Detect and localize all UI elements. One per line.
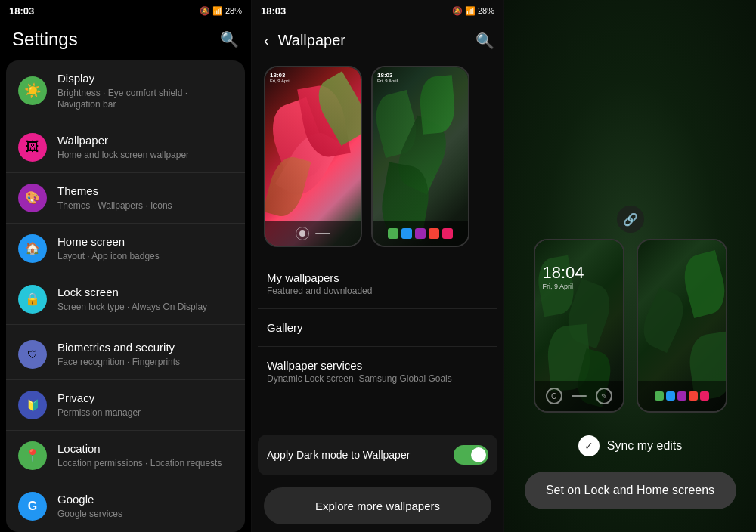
back-button[interactable]: ‹ <box>261 29 272 52</box>
app-icon-1 <box>388 228 398 239</box>
my-wallpapers-option[interactable]: My wallpapers Featured and downloaded <box>258 259 497 309</box>
sync-label: Sync my edits <box>607 439 683 453</box>
wallpaper-title-label: Wallpaper <box>57 133 233 148</box>
phone-time-2: 18:03 Fri, 9 April <box>377 72 398 83</box>
settings-item-display[interactable]: ☀️ Display Brightness · Eye comfort shie… <box>6 60 245 122</box>
app-icon-3 <box>415 228 426 239</box>
home-app-dock <box>655 391 709 401</box>
home-app-icon-4 <box>689 391 698 401</box>
preview-phone-home[interactable] <box>637 239 727 413</box>
settings-item-privacy[interactable]: 🔰 Privacy Permission manager <box>6 380 245 431</box>
settings-item-biometrics[interactable]: 🛡 Biometrics and security Face recogniti… <box>6 329 245 380</box>
google-icon: G <box>18 492 47 521</box>
home-app-icon-1 <box>655 391 664 401</box>
settings-text-privacy: Privacy Permission manager <box>57 391 233 419</box>
nav-dot <box>299 230 305 237</box>
status-time-2: 18:03 <box>261 5 286 17</box>
settings-search-button[interactable]: 🔍 <box>220 30 239 48</box>
location-sub: Location permissions · Location requests <box>57 458 233 470</box>
preview-panel: 18:04 Fri, 9 April C ✎ <box>504 0 756 532</box>
preview-lock-date: Fri, 9 April <box>543 283 584 290</box>
app-icon-4 <box>429 228 439 239</box>
settings-panel: 18:03 🔕 📶 28% Settings 🔍 ☀️ Display Brig… <box>0 0 252 532</box>
display-title: Display <box>57 71 233 86</box>
settings-item-lock-screen[interactable]: 🔒 Lock screen Screen lock type · Always … <box>6 274 245 325</box>
settings-text-location: Location Location permissions · Location… <box>57 441 233 469</box>
settings-text-home: Home screen Layout · App icon badges <box>57 234 233 262</box>
location-title: Location <box>57 441 233 456</box>
settings-item-wallpaper[interactable]: 🖼 Wallpaper Home and lock screen wallpap… <box>6 122 245 173</box>
phone-bottom-1 <box>265 221 361 246</box>
lock-screen-icon: 🔒 <box>18 285 47 314</box>
app-icon-2 <box>401 228 412 239</box>
wallpaper-services-sub: Dynamic Lock screen, Samsung Global Goal… <box>267 373 488 384</box>
status-bar-2: 18:03 🔕 📶 28% <box>252 0 503 21</box>
settings-text-display: Display Brightness · Eye comfort shield … <box>57 71 233 111</box>
settings-header: Settings 🔍 <box>0 21 251 60</box>
settings-title: Settings <box>12 29 78 50</box>
home-screen-icon: 🏠 <box>18 234 47 263</box>
preview-phone-bottom-home <box>638 381 726 411</box>
set-screens-button[interactable]: Set on Lock and Home screens <box>525 472 736 509</box>
location-icon: 📍 <box>18 441 47 470</box>
toggle-knob <box>471 447 486 462</box>
wallpaper-icon: 🖼 <box>18 133 47 162</box>
wallpaper-services-option[interactable]: Wallpaper services Dynamic Lock screen, … <box>258 347 497 396</box>
explore-wallpapers-button[interactable]: Explore more wallpapers <box>264 487 491 524</box>
settings-text-themes: Themes Themes · Wallpapers · Icons <box>57 184 233 212</box>
themes-icon: 🎨 <box>18 184 47 212</box>
biometrics-icon: 🛡 <box>18 340 47 369</box>
wallpaper-services-label: Wallpaper services <box>267 359 488 372</box>
settings-text-wallpaper: Wallpaper Home and lock screen wallpaper <box>57 133 233 161</box>
preview-phone-bottom-lock: C ✎ <box>535 381 623 411</box>
status-time-1: 18:03 <box>9 5 34 17</box>
home-app-icon-5 <box>700 391 709 401</box>
wifi-icon-2: 📶 <box>465 6 476 16</box>
battery-label: 28% <box>225 6 242 15</box>
link-icon: 🔗 <box>617 206 644 233</box>
wifi-icon: 📶 <box>212 6 223 16</box>
settings-item-home-screen[interactable]: 🏠 Home screen Layout · App icon badges <box>6 224 245 274</box>
settings-text-biometrics: Biometrics and security Face recognition… <box>57 340 233 368</box>
phone-preview-home-inner: 18:03 Fri, 9 April <box>373 67 468 246</box>
phone-preview-home[interactable]: 18:03 Fri, 9 April <box>371 66 469 247</box>
phone-status-2: 18:03 Fri, 9 April <box>377 72 463 83</box>
sync-check-icon: ✓ <box>578 435 600 456</box>
preview-phones-container: 18:04 Fri, 9 April C ✎ <box>534 239 727 413</box>
settings-list: ☀️ Display Brightness · Eye comfort shie… <box>6 60 245 532</box>
phone-nav-icon <box>296 227 309 240</box>
preview-edit-icon: ✎ <box>596 388 612 404</box>
wallpaper-panel: 18:03 🔕 📶 28% ‹ Wallpaper 🔍 18: <box>252 0 504 532</box>
settings-item-themes[interactable]: 🎨 Themes Themes · Wallpapers · Icons <box>6 173 245 224</box>
preview-phone-lock[interactable]: 18:04 Fri, 9 April C ✎ <box>534 239 624 413</box>
gallery-option[interactable]: Gallery <box>258 309 497 347</box>
privacy-icon: 🔰 <box>18 391 47 419</box>
phone-preview-lock-inner: 18:03 Fri, 9 April <box>265 67 361 246</box>
wallpaper-sub: Home and lock screen wallpaper <box>57 150 233 162</box>
battery-label-2: 28% <box>478 6 494 15</box>
mute-icon-2: 🔕 <box>452 6 463 16</box>
lock-screen-title: Lock screen <box>57 285 233 300</box>
wallpaper-page-title: Wallpaper <box>278 32 469 49</box>
themes-sub: Themes · Wallpapers · Icons <box>57 200 233 212</box>
google-sub: Google services <box>57 509 233 521</box>
my-wallpapers-sub: Featured and downloaded <box>267 286 488 296</box>
dark-mode-toggle[interactable] <box>454 445 488 465</box>
preview-lock-cam-icon: C <box>546 388 562 404</box>
my-wallpapers-label: My wallpapers <box>267 271 488 284</box>
bottom-nav-bar <box>572 395 587 397</box>
mute-icon: 🔕 <box>200 6 210 16</box>
gallery-label: Gallery <box>267 321 488 334</box>
wallpaper-header: ‹ Wallpaper 🔍 <box>252 21 503 60</box>
settings-text-google: Google Google services <box>57 492 233 520</box>
wallpaper-search-button[interactable]: 🔍 <box>476 32 494 50</box>
wallpaper-options-section: My wallpapers Featured and downloaded Ga… <box>252 259 503 430</box>
dark-mode-label: Apply Dark mode to Wallpaper <box>267 449 410 461</box>
settings-item-location[interactable]: 📍 Location Location permissions · Locati… <box>6 431 245 481</box>
phone-preview-lock[interactable]: 18:03 Fri, 9 April <box>264 66 362 247</box>
settings-item-google[interactable]: G Google Google services <box>6 481 245 531</box>
privacy-sub: Permission manager <box>57 407 233 419</box>
status-bar-1: 18:03 🔕 📶 28% <box>0 0 251 21</box>
biometrics-title: Biometrics and security <box>57 340 233 355</box>
themes-title: Themes <box>57 184 233 199</box>
